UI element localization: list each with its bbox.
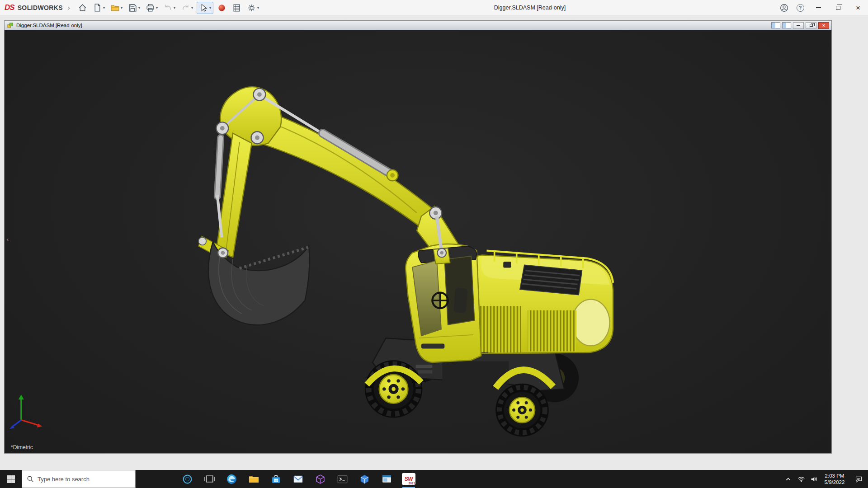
app-title: Digger.SLDASM [Read-only] <box>394 0 665 15</box>
hidden-icons-button[interactable] <box>781 470 795 488</box>
redo-icon <box>181 3 190 13</box>
solidworks-2021-icon: SW 2021 <box>402 473 415 485</box>
solidworks-2021-button[interactable]: SW 2021 <box>399 470 419 488</box>
document-window: Digger.SLDASM [Read-only] × <box>4 20 832 454</box>
app-window-icon <box>381 474 392 485</box>
account-button[interactable] <box>776 0 792 15</box>
side-vent-panel <box>476 306 521 352</box>
dropdown-caret-icon[interactable]: ▾ <box>156 6 158 10</box>
y-axis-arrow <box>19 394 24 399</box>
edge-icon <box>226 474 237 485</box>
terminal-button[interactable] <box>332 470 352 488</box>
select-cursor-icon <box>199 3 208 13</box>
options-button[interactable]: ▾ <box>245 2 261 14</box>
start-button[interactable] <box>0 470 22 488</box>
store-button[interactable] <box>266 470 286 488</box>
app-close-button[interactable]: × <box>848 0 868 15</box>
doc-close-button[interactable]: × <box>818 22 829 29</box>
cortana-icon <box>182 474 193 485</box>
dropdown-caret-icon[interactable]: ▾ <box>103 6 105 10</box>
main-toolbar: ▾ ▾ ▾ <box>76 0 261 15</box>
3d-viewer-button[interactable] <box>310 470 330 488</box>
help-icon: ? <box>797 4 804 12</box>
document-properties-button[interactable] <box>230 2 243 14</box>
store-icon <box>270 474 282 485</box>
operator-seat <box>454 288 468 313</box>
mail-button[interactable] <box>288 470 308 488</box>
help-button[interactable]: ? <box>792 0 808 15</box>
new-document-icon <box>93 3 102 13</box>
3d-viewport[interactable]: *Dimetric <box>5 30 831 453</box>
doc-minimize-button[interactable] <box>793 22 804 29</box>
brand-name: SOLIDWORKS <box>18 4 63 11</box>
dropdown-caret-icon[interactable]: ▾ <box>138 6 140 10</box>
search-icon <box>27 475 34 483</box>
cad-cube-button[interactable] <box>354 470 374 488</box>
appearances-button[interactable] <box>215 2 228 14</box>
save-button[interactable]: ▾ <box>126 2 142 14</box>
network-icon <box>797 475 805 483</box>
app-restore-button[interactable] <box>828 0 848 15</box>
search-input[interactable] <box>38 476 123 483</box>
file-explorer-button[interactable] <box>244 470 264 488</box>
restore-icon <box>836 6 840 10</box>
appearances-sphere-icon <box>217 3 226 13</box>
notification-center-button[interactable] <box>849 470 868 488</box>
doc-restore-button[interactable] <box>806 22 816 29</box>
volume-button[interactable] <box>807 470 820 488</box>
upper-body <box>473 251 613 354</box>
panel-collapse-handle[interactable]: ‹ <box>5 232 10 246</box>
3d-viewer-icon <box>315 474 326 485</box>
cad-cube-icon <box>359 474 370 485</box>
account-icon <box>779 3 789 13</box>
dropdown-caret-icon[interactable]: ▾ <box>121 6 123 10</box>
options-gear-icon <box>247 3 256 13</box>
dropdown-caret-icon[interactable]: ▾ <box>209 6 211 10</box>
cab-step <box>421 343 444 348</box>
dropdown-caret-icon[interactable]: ▾ <box>257 6 259 10</box>
x-axis-arrow <box>37 423 42 427</box>
brand-expand-arrow-icon[interactable]: › <box>68 4 70 11</box>
task-view-icon <box>204 474 215 485</box>
open-folder-icon <box>110 3 120 13</box>
chevron-up-icon <box>784 475 792 483</box>
app-window-button[interactable] <box>377 470 396 488</box>
new-document-button[interactable]: ▾ <box>91 2 107 14</box>
network-button[interactable] <box>795 470 807 488</box>
terminal-icon <box>337 474 348 485</box>
side-tank <box>572 299 609 346</box>
screen: DS SOLIDWORKS › ▾ ▾ <box>0 0 868 488</box>
view-orientation-label: *Dimetric <box>11 444 33 450</box>
file-explorer-icon <box>248 474 259 485</box>
dropdown-caret-icon: ▾ <box>191 6 193 10</box>
notification-icon <box>855 475 863 483</box>
pane-toggle-icon[interactable] <box>771 22 780 28</box>
edge-button[interactable] <box>222 470 241 488</box>
task-view-button[interactable] <box>199 470 219 488</box>
open-button[interactable]: ▾ <box>108 2 124 14</box>
cortana-button[interactable] <box>177 470 197 488</box>
orientation-triad <box>9 394 42 429</box>
minimize-icon <box>797 25 800 25</box>
close-icon: × <box>822 23 825 28</box>
select-tool-button[interactable]: ▾ <box>197 2 213 14</box>
windows-logo-icon <box>7 475 15 483</box>
undo-icon <box>163 3 173 13</box>
home-button[interactable] <box>76 2 89 14</box>
undo-button[interactable]: ▾ <box>161 2 177 14</box>
assembly-icon <box>7 22 14 29</box>
app-titlebar: DS SOLIDWORKS › ▾ ▾ <box>0 0 868 15</box>
rear-wheel <box>495 384 549 437</box>
document-title: Digger.SLDASM [Read-only] <box>16 23 82 28</box>
taskbar-clock[interactable]: 2:03 PM 5/9/2022 <box>820 473 849 485</box>
redo-button[interactable]: ▾ <box>179 2 195 14</box>
taskbar: SW 2021 <box>0 470 868 488</box>
app-minimize-button[interactable] <box>808 0 828 15</box>
solidworks-brand: DS SOLIDWORKS › <box>5 0 70 15</box>
minimize-icon <box>816 7 821 8</box>
workspace: Digger.SLDASM [Read-only] × <box>0 15 868 470</box>
pane-toggle-icon[interactable] <box>782 22 791 28</box>
document-titlebar[interactable]: Digger.SLDASM [Read-only] × <box>5 21 831 30</box>
taskbar-search[interactable] <box>22 470 136 488</box>
print-button[interactable]: ▾ <box>144 2 160 14</box>
